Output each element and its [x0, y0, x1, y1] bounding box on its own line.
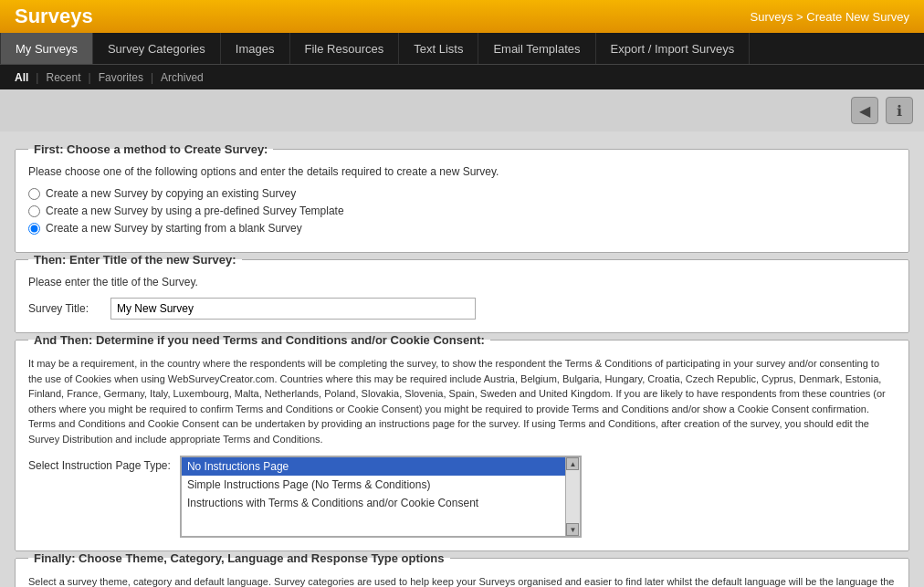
- tab-email-templates[interactable]: Email Templates: [478, 33, 595, 64]
- scroll-down-arrow[interactable]: ▼: [566, 523, 579, 536]
- breadcrumb: Surveys > Create New Survey: [751, 10, 909, 24]
- section-enter-title: Then: Enter Title of the new Survey: Ple…: [15, 253, 909, 333]
- section2-desc: Please enter the title of the Survey.: [28, 276, 896, 288]
- select-option-simple[interactable]: Simple Instructions Page (No Terms & Con…: [182, 476, 565, 494]
- instruction-label: Select Instruction Page Type:: [28, 456, 171, 472]
- tab-text-lists[interactable]: Text Lists: [399, 33, 478, 64]
- header: Surveys Surveys > Create New Survey: [0, 0, 924, 33]
- radio-copy-label: Create a new Survey by copying an existi…: [46, 187, 296, 200]
- sub-nav: All | Recent | Favorites | Archived: [0, 64, 924, 89]
- section1-desc: Please choose one of the following optio…: [28, 165, 896, 178]
- tab-file-resources[interactable]: File Resources: [290, 33, 400, 64]
- option-use-template: Create a new Survey by using a pre-defin…: [28, 204, 896, 217]
- select-option-with-terms[interactable]: Instructions with Terms & Conditions and…: [182, 494, 565, 512]
- subnav-recent[interactable]: Recent: [42, 71, 84, 84]
- section-theme-category: Finally: Choose Theme, Category, Languag…: [15, 551, 909, 587]
- section4-legend: Finally: Choose Theme, Category, Languag…: [28, 551, 450, 565]
- info-button[interactable]: ℹ: [886, 97, 913, 124]
- app-title: Surveys: [15, 5, 93, 28]
- option-copy-existing: Create a new Survey by copying an existi…: [28, 187, 896, 200]
- toolbar: ◀ ℹ: [0, 89, 924, 131]
- terms-body-text: It may be a requirement, in the country …: [28, 356, 896, 446]
- title-form-row: Survey Title:: [28, 298, 896, 320]
- back-button[interactable]: ◀: [851, 97, 878, 124]
- instruction-row: Select Instruction Page Type: No Instruc…: [28, 456, 896, 538]
- section-terms-conditions: And Then: Determine if you need Terms an…: [15, 333, 909, 551]
- radio-blank[interactable]: [28, 223, 40, 235]
- radio-blank-label: Create a new Survey by starting from a b…: [46, 222, 302, 235]
- nav-tabs: My Surveys Survey Categories Images File…: [0, 33, 924, 64]
- radio-template-label: Create a new Survey by using a pre-defin…: [46, 204, 344, 217]
- survey-title-input[interactable]: [110, 298, 476, 320]
- survey-title-label: Survey Title:: [28, 302, 101, 315]
- radio-template[interactable]: [28, 205, 40, 217]
- select-scrollbar[interactable]: ▲ ▼: [565, 457, 580, 536]
- instruction-select-container: No Instructions Page Simple Instructions…: [180, 456, 582, 538]
- tab-my-surveys[interactable]: My Surveys: [0, 33, 93, 64]
- section1-legend: First: Choose a method to Create Survey:: [28, 142, 273, 156]
- subnav-archived[interactable]: Archived: [157, 71, 207, 84]
- option-blank-survey: Create a new Survey by starting from a b…: [28, 222, 896, 235]
- section2-legend: Then: Enter Title of the new Survey:: [28, 253, 242, 267]
- radio-copy[interactable]: [28, 188, 40, 200]
- main-content: First: Choose a method to Create Survey:…: [0, 131, 924, 587]
- tab-images[interactable]: Images: [221, 33, 290, 64]
- section-choose-method: First: Choose a method to Create Survey:…: [15, 142, 909, 253]
- tab-export-import[interactable]: Export / Import Surveys: [596, 33, 751, 64]
- section3-legend: And Then: Determine if you need Terms an…: [28, 333, 490, 347]
- subnav-all[interactable]: All: [11, 71, 32, 84]
- tab-survey-categories[interactable]: Survey Categories: [93, 33, 221, 64]
- section4-body-text: Select a survey theme, category and defa…: [28, 574, 896, 587]
- subnav-favorites[interactable]: Favorites: [95, 71, 147, 84]
- scroll-up-arrow[interactable]: ▲: [566, 457, 579, 470]
- select-option-no-instructions[interactable]: No Instructions Page: [182, 457, 565, 476]
